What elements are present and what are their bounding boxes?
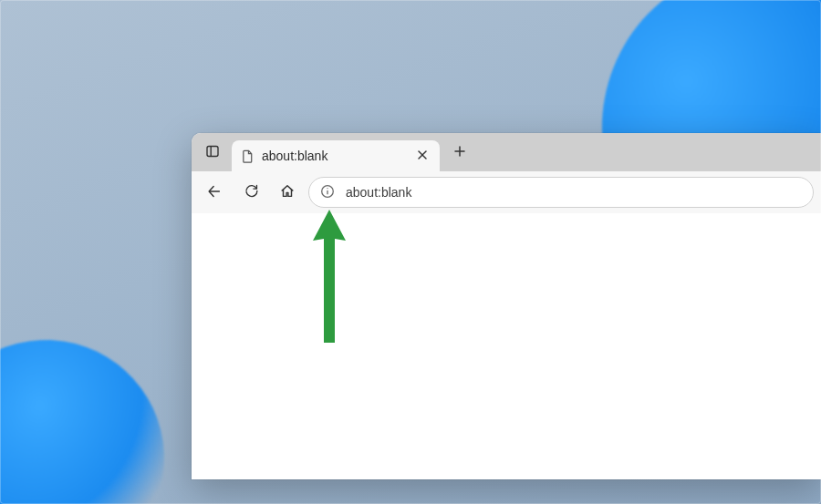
plus-icon	[453, 145, 466, 160]
address-bar[interactable]	[308, 177, 814, 208]
browser-window: about:blank	[192, 133, 821, 479]
home-button[interactable]	[272, 177, 303, 208]
wallpaper-bloom	[0, 306, 198, 504]
tab-close-button[interactable]	[412, 146, 432, 166]
tab-actions-icon	[205, 144, 220, 161]
tab-strip: about:blank	[192, 133, 821, 171]
back-button[interactable]	[199, 177, 230, 208]
site-info-button[interactable]	[320, 184, 335, 201]
browser-tab-active[interactable]: about:blank	[232, 140, 440, 171]
desktop-wallpaper: about:blank	[0, 0, 821, 504]
info-icon	[320, 184, 335, 201]
svg-point-9	[327, 188, 327, 189]
refresh-icon	[244, 183, 259, 201]
page-icon	[241, 149, 255, 163]
navigation-toolbar	[192, 171, 821, 214]
tab-actions-button[interactable]	[199, 139, 226, 166]
svg-rect-0	[207, 146, 218, 156]
page-content-blank	[192, 213, 821, 479]
url-input[interactable]	[344, 184, 802, 201]
back-arrow-icon	[206, 183, 223, 202]
new-tab-button[interactable]	[445, 138, 474, 167]
home-icon	[279, 183, 296, 202]
refresh-button[interactable]	[235, 177, 266, 208]
tab-title: about:blank	[262, 149, 405, 163]
close-icon	[417, 149, 428, 163]
